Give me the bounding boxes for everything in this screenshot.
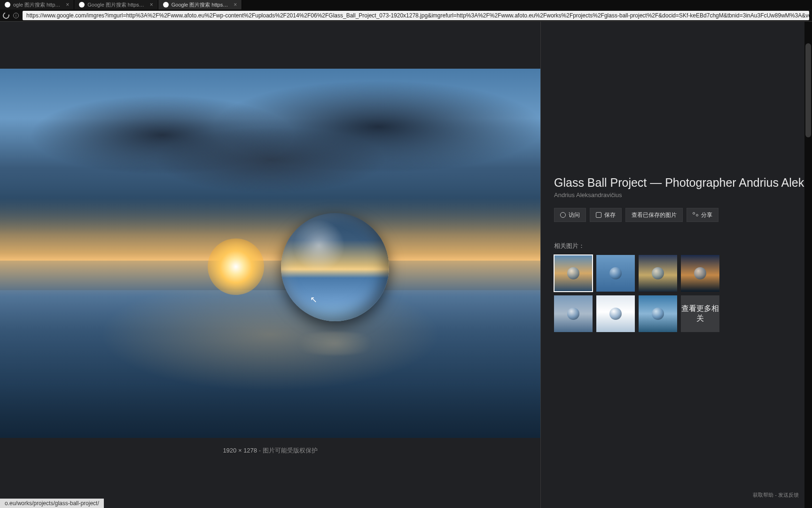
related-thumb[interactable]	[554, 295, 593, 332]
share-icon	[693, 212, 698, 218]
visit-label: 访问	[569, 211, 580, 219]
save-button[interactable]: 保存	[590, 208, 622, 222]
view-more-label: 查看更多相关	[681, 304, 719, 324]
site-info-icon[interactable]: i	[13, 13, 19, 18]
image-title: Glass Ball Project — Photographer Andriu…	[554, 176, 812, 190]
address-bar: i https://www.google.com/imgres?imgurl=h…	[0, 9, 812, 22]
action-bar: 访问 保存 查看已保存的图片 分享	[554, 208, 812, 222]
browser-tab[interactable]: Google 图片搜索 https… ×	[74, 0, 158, 9]
favicon-icon	[5, 2, 10, 8]
tab-title: Google 图片搜索 https…	[172, 1, 228, 8]
main-image[interactable]: ↖	[0, 69, 540, 438]
favicon-icon	[163, 2, 169, 8]
scrollbar-thumb[interactable]	[805, 43, 811, 137]
image-dimensions: 1920 × 1278	[223, 447, 257, 454]
close-icon[interactable]: ×	[150, 1, 153, 8]
related-header: 相关图片：	[554, 242, 812, 250]
related-thumb[interactable]	[596, 295, 635, 332]
image-source[interactable]: Andrius Aleksandravičius	[554, 191, 812, 198]
image-detail-pane: Glass Ball Project — Photographer Andriu…	[541, 22, 812, 508]
status-bar: o.eu/works/projects/glass-ball-project/	[0, 499, 104, 508]
help-link[interactable]: 获取帮助	[753, 492, 773, 498]
image-glass-ball	[281, 213, 389, 321]
related-thumb[interactable]	[681, 255, 719, 292]
image-reflection	[0, 290, 540, 438]
related-thumb[interactable]	[554, 255, 593, 292]
view-saved-button[interactable]: 查看已保存的图片	[625, 208, 683, 222]
reload-icon[interactable]	[2, 11, 11, 20]
share-label: 分享	[701, 211, 712, 219]
page-content: ↖ 1920 × 1278 - 图片可能受版权保护 Glass Ball Pro…	[0, 22, 812, 508]
related-thumb[interactable]	[639, 255, 677, 292]
browser-tab[interactable]: ogle 图片搜索 http… ×	[0, 0, 74, 9]
image-sun	[208, 238, 264, 295]
related-thumbnails: 查看更多相关	[554, 255, 812, 332]
visit-button[interactable]: 访问	[554, 208, 586, 222]
favicon-icon	[79, 2, 85, 8]
url-input[interactable]: https://www.google.com/imgres?imgurl=htt…	[23, 11, 809, 20]
related-thumb[interactable]	[639, 295, 677, 332]
image-viewer-pane: ↖ 1920 × 1278 - 图片可能受版权保护	[0, 22, 541, 508]
view-more-related[interactable]: 查看更多相关	[681, 295, 719, 332]
image-ball-reflection	[288, 332, 382, 355]
url-text: https://www.google.com/imgres?imgurl=htt…	[26, 12, 809, 19]
close-icon[interactable]: ×	[234, 1, 237, 8]
browser-tab-active[interactable]: Google 图片搜索 https… ×	[158, 0, 242, 9]
view-saved-label: 查看已保存的图片	[632, 211, 677, 219]
image-caption: 1920 × 1278 - 图片可能受版权保护	[223, 446, 317, 455]
status-text: o.eu/works/projects/glass-ball-project/	[5, 500, 99, 507]
feedback-link[interactable]: 发送反馈	[778, 492, 799, 498]
browser-tab-strip: ogle 图片搜索 http… × Google 图片搜索 https… × G…	[0, 0, 812, 9]
copyright-notice: 图片可能受版权保护	[263, 447, 318, 454]
save-label: 保存	[604, 211, 616, 219]
bookmark-icon	[596, 212, 601, 218]
related-thumb[interactable]	[596, 255, 635, 292]
image-sky	[0, 69, 540, 235]
globe-icon	[560, 212, 566, 218]
tab-title: Google 图片搜索 https…	[87, 1, 144, 8]
footer-links: 获取帮助 - 发送反馈	[753, 492, 799, 499]
tab-title: ogle 图片搜索 http…	[13, 1, 60, 8]
close-icon[interactable]: ×	[66, 1, 69, 8]
share-button[interactable]: 分享	[687, 208, 718, 222]
